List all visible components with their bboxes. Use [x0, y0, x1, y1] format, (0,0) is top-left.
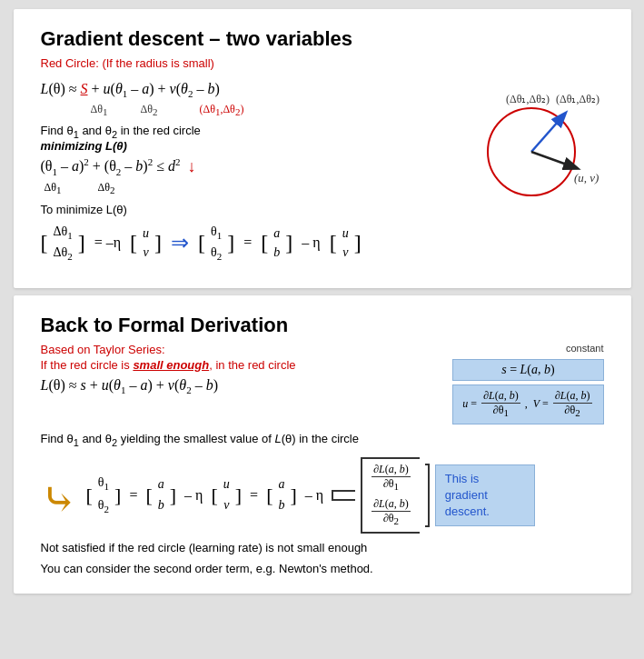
equals-sign2: =	[243, 235, 252, 251]
theta-matrix: θ1θ2	[98, 473, 109, 517]
delta-theta1-label: Δθ1	[91, 103, 108, 117]
gradient-bracket-right	[425, 464, 430, 527]
bracket-open1: [	[86, 484, 93, 507]
not-satisfied-text: Not satisfied if the red circle (learnin…	[41, 541, 604, 554]
find-text: Find θ1 and θ2 in the red circle minimiz…	[41, 124, 441, 154]
minus-eta-sign2: – η	[184, 487, 203, 504]
taylor-right: constant s = L(a, b) u = ∂L(a, b) ∂θ1 , …	[452, 343, 603, 424]
delta-labels-2: Δθ1 Δθ2	[45, 181, 441, 195]
card1-left: L(θ) ≈ S + u(θ1 – a) + v(θ2 – b) Δθ1 Δθ2…	[41, 77, 441, 270]
matrix-eq-line: [ Δθ1 Δθ2 ] = –η [ u v ] ⇒ [ θ1 θ2	[41, 222, 441, 265]
card2-loss-approx: L(θ) ≈ s + u(θ1 – a) + v(θ2 – b)	[41, 377, 435, 395]
card1-title: Gradient descent – two variables	[41, 27, 604, 51]
card-gradient-descent: Gradient descent – two variables Red Cir…	[14, 9, 631, 288]
mat4-r2: b	[273, 243, 280, 262]
curved-arrow-icon: ⤷	[41, 483, 77, 517]
s-eq-box: s = L(a, b)	[452, 359, 603, 381]
uv-eq-box: u = ∂L(a, b) ∂θ1 , V = ∂L(a, b) ∂θ2	[452, 384, 603, 424]
mat5-r1: u	[342, 224, 349, 243]
arrow-icon: ⇒	[171, 230, 189, 255]
minus-eta-sign3: – η	[305, 487, 323, 504]
delta-theta2-label: Δθ2	[140, 103, 157, 117]
equals-sign1: = –η	[94, 235, 121, 251]
uv-matrix: uv	[223, 474, 230, 515]
mat3-r1: θ1	[211, 222, 222, 243]
constant-label: constant	[452, 343, 603, 354]
svg-line-2	[531, 152, 577, 168]
minimizing-label: minimizing L(θ)	[41, 139, 127, 153]
delta-pair-label2: (Δθ₁,Δθ₂)	[556, 93, 599, 105]
card2-title: Back to Formal Derivation	[41, 314, 604, 337]
mat1-r2: Δθ2	[54, 243, 73, 264]
delta-theta2-label2: Δθ2	[97, 181, 114, 195]
taylor-left: Based on Taylor Series: If the red circl…	[41, 343, 435, 399]
bracket-close4: ]	[290, 484, 296, 507]
mat2-r1: u	[143, 224, 149, 243]
bracket-open3: [	[211, 484, 217, 507]
mat3-r2: θ2	[211, 243, 222, 264]
card2-find-text: Find θ1 and θ2 yielding the smallest val…	[41, 432, 604, 448]
bracket-close2: ]	[170, 484, 176, 507]
circle-svg: (Δθ₁,Δθ₂) (Δθ₁,Δθ₂) (u, v)	[461, 86, 601, 218]
grad-frac1: ∂L(a, b) ∂θ1	[372, 463, 411, 494]
mat1-r1: Δθ1	[54, 222, 73, 243]
mat4-r1: a	[273, 224, 280, 243]
gradient-frac-col: ∂L(a, b) ∂θ1 ∂L(a, b) ∂θ2	[361, 457, 420, 534]
card1-red-label: Red Circle: (If the radius is small)	[41, 56, 604, 70]
circle-diagram: (Δθ₁,Δθ₂) (Δθ₁,Δθ₂) (u, v)	[459, 77, 604, 218]
bracket-close3: ]	[235, 484, 242, 507]
svg-line-1	[531, 114, 565, 152]
to-minimize-text: To minimize L(θ)	[41, 203, 441, 216]
loss-approx-eq: L(θ) ≈ S + u(θ1 – a) + v(θ2 – b)	[41, 81, 441, 99]
eq-sign2: =	[250, 487, 258, 504]
constraint-eq: (θ1 – a)2 + (θ2 – b)2 ≤ d2 ↓	[41, 156, 441, 177]
frac-v: ∂L(a, b) ∂θ2	[553, 389, 592, 420]
eq-sign1: =	[129, 487, 137, 504]
card1-content: L(θ) ≈ S + u(θ1 – a) + v(θ2 – b) Δθ1 Δθ2…	[41, 77, 604, 270]
taylor-series-label: Based on Taylor Series:	[41, 343, 435, 356]
gradient-label-box: This is gradient descent.	[435, 464, 535, 527]
gradient-bracket-left	[332, 490, 355, 501]
bracket-open4: [	[266, 484, 272, 507]
second-order-text: You can consider the second order term, …	[41, 562, 604, 575]
ab-matrix: ab	[158, 474, 164, 515]
small-enough-text: small enough	[133, 358, 209, 372]
ab-matrix2: ab	[278, 474, 284, 515]
bracket-open2: [	[145, 484, 152, 507]
frac-u: ∂L(a, b) ∂θ1	[481, 389, 520, 420]
big-matrix-eq: ⤷ [ θ1θ2 ] = [ ab ] – η [ uv ] = [ ab ] …	[41, 457, 604, 534]
taylor-row: Based on Taylor Series: If the red circl…	[41, 343, 604, 424]
mat5-r2: v	[342, 243, 348, 262]
delta-pair-label: (Δθ₁,Δθ₂)	[506, 93, 550, 105]
delta-theta1-label2: Δθ1	[45, 181, 62, 195]
bracket-close1: ]	[114, 484, 121, 507]
small-enough-line: If the red circle is small enough, in th…	[41, 358, 435, 372]
card-formal-derivation: Back to Formal Derivation Based on Taylo…	[14, 295, 631, 594]
delta-labels-1: Δθ1 Δθ2 (Δθ1,Δθ2)	[91, 103, 441, 117]
grad-frac2: ∂L(a, b) ∂θ2	[372, 497, 411, 528]
gradient-descent-label: This is gradient descent.	[445, 472, 490, 518]
uv-label: (u, v)	[574, 171, 599, 185]
mat2-r2: v	[144, 243, 149, 262]
minus-eta-sign: – η	[302, 235, 320, 251]
delta-theta-pair-label: (Δθ1,Δθ2)	[199, 103, 243, 117]
